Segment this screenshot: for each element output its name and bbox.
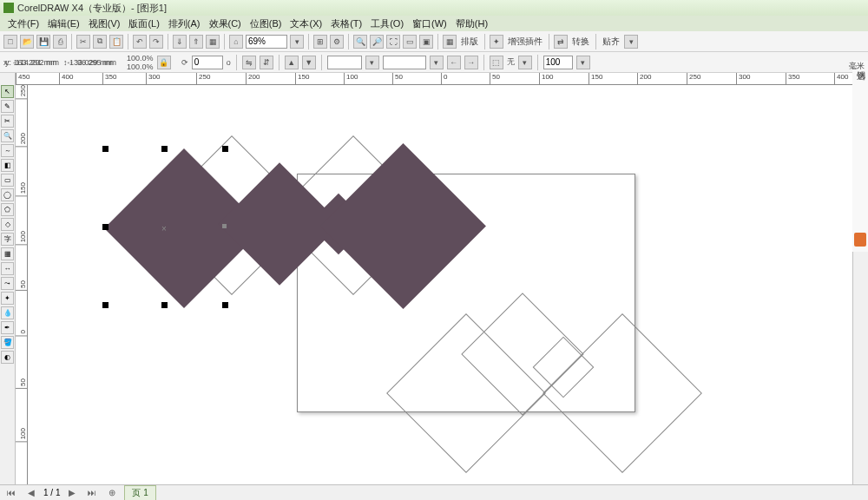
arrange-label[interactable]: 排版 [459, 36, 480, 48]
app-icon [3, 3, 14, 13]
page-first-icon[interactable]: ⏮ [3, 488, 19, 497]
redo-icon[interactable]: ↷ [149, 35, 163, 49]
selection-handle[interactable] [161, 302, 168, 308]
zoom-tool[interactable]: 🔍 [1, 129, 14, 142]
outline-width-input[interactable] [327, 56, 362, 69]
menu-window[interactable]: 窗口(W) [408, 17, 451, 30]
menu-file[interactable]: 文件(F) [3, 17, 43, 30]
convert-label[interactable]: 转换 [570, 36, 591, 48]
to-front-icon[interactable]: ▲ [285, 56, 299, 69]
linestyle-input[interactable] [383, 56, 426, 69]
interactive-tool[interactable]: ✦ [1, 292, 14, 305]
pick-tool[interactable]: ↖ [1, 85, 14, 98]
plugin-icon[interactable]: ✦ [490, 35, 503, 49]
mirror-h-icon[interactable]: ⇋ [242, 56, 256, 69]
app-launch-icon[interactable]: ▦ [206, 35, 220, 49]
selection-handle[interactable] [102, 224, 108, 230]
nudge-input[interactable] [543, 56, 573, 69]
title-bar: CorelDRAW X4（专业版）- [图形1] [0, 0, 868, 16]
page-last-icon[interactable]: ⏭ [84, 488, 100, 497]
export-icon[interactable]: ⇑ [189, 35, 203, 49]
rectangle-tool[interactable]: ▭ [1, 174, 14, 187]
zoom-page-icon[interactable]: ▭ [403, 35, 417, 49]
menu-view[interactable]: 视图(V) [84, 17, 125, 30]
eyedropper-tool[interactable]: 💧 [1, 306, 14, 319]
dropdown-icon[interactable]: ▾ [365, 56, 379, 69]
snap-icon[interactable]: ⊞ [313, 35, 327, 49]
dimension-tool[interactable]: ↔ [1, 262, 14, 275]
basic-shapes-tool[interactable]: ◇ [1, 218, 14, 231]
snap-label[interactable]: 贴齐 [601, 36, 621, 48]
import-icon[interactable]: ⇓ [173, 35, 187, 49]
table-tool[interactable]: ▦ [1, 247, 14, 260]
mirror-v-icon[interactable]: ⇵ [260, 56, 273, 69]
save-icon[interactable]: 💾 [36, 35, 50, 49]
page-prev-icon[interactable]: ◀ [24, 488, 38, 497]
crop-tool[interactable]: ✂ [1, 115, 14, 128]
open-icon[interactable]: 📂 [20, 35, 34, 49]
polygon-tool[interactable]: ⬠ [1, 203, 14, 216]
end-arrow-icon[interactable]: → [464, 56, 478, 69]
canvas[interactable]: × [28, 85, 852, 484]
ruler-vertical[interactable]: 25020015010050050100 [16, 85, 28, 484]
interactive-fill-tool[interactable]: ◐ [1, 351, 14, 364]
menu-arrange[interactable]: 排列(A) [164, 17, 205, 30]
dropdown-icon[interactable]: ▾ [430, 56, 444, 69]
ruler-horizontal[interactable]: 4504003503002502001501005005010015020025… [16, 73, 852, 85]
selection-handle[interactable] [102, 302, 108, 308]
dropdown-icon[interactable]: ▾ [290, 35, 304, 49]
grid-icon[interactable]: ▦ [443, 35, 457, 49]
scale-x[interactable]: 100.0 [127, 54, 147, 62]
menu-tools[interactable]: 工具(O) [366, 17, 408, 30]
dropdown-icon[interactable]: ▾ [576, 56, 590, 69]
menu-help[interactable]: 帮助(H) [451, 17, 492, 30]
page-next-icon[interactable]: ▶ [65, 488, 79, 497]
docker-panel[interactable]: 选钢 [852, 61, 868, 252]
lock-ratio-icon[interactable]: 🔒 [157, 56, 171, 69]
fill-none-label[interactable]: 无 [507, 56, 515, 68]
freehand-tool[interactable]: ～ [1, 144, 14, 157]
cut-icon[interactable]: ✂ [76, 35, 90, 49]
start-arrow-icon[interactable]: ← [447, 56, 461, 69]
dropdown-icon[interactable]: ▾ [518, 56, 532, 69]
page-tab[interactable]: 页 1 [124, 485, 155, 501]
menu-table[interactable]: 表格(T) [326, 17, 366, 30]
option-icon[interactable]: ⚙ [330, 35, 344, 49]
text-tool[interactable]: 字 [1, 233, 14, 246]
menu-text[interactable]: 文本(X) [286, 17, 326, 30]
selection-handle[interactable] [222, 302, 228, 308]
selection-handle[interactable] [222, 146, 228, 152]
welcome-icon[interactable]: ⌂ [229, 35, 243, 49]
ellipse-tool[interactable]: ◯ [1, 188, 14, 201]
shape-tool[interactable]: ✎ [1, 100, 14, 113]
zoom-fit-icon[interactable]: ⛶ [386, 35, 400, 49]
zoom-input[interactable] [246, 35, 287, 49]
wrap-icon[interactable]: ⬚ [490, 56, 503, 69]
scale-y[interactable]: 100.0 [127, 62, 147, 71]
outline-tool[interactable]: ✒ [1, 321, 14, 334]
selection-handle[interactable] [102, 146, 108, 152]
smart-fill-tool[interactable]: ◧ [1, 159, 14, 172]
hint-icon[interactable] [854, 233, 866, 247]
selection-handle[interactable] [161, 146, 168, 152]
dropdown-icon[interactable]: ▾ [624, 35, 638, 49]
copy-icon[interactable]: ⧉ [93, 35, 107, 49]
new-icon[interactable]: □ [3, 35, 17, 49]
fill-tool[interactable]: 🪣 [1, 336, 14, 349]
menu-effects[interactable]: 效果(C) [205, 17, 246, 30]
undo-icon[interactable]: ↶ [133, 35, 147, 49]
convert-icon[interactable]: ⇄ [554, 35, 568, 49]
enhance-label[interactable]: 增强插件 [506, 36, 544, 48]
zoom-in-icon[interactable]: 🔍 [353, 35, 367, 49]
to-back-icon[interactable]: ▼ [302, 56, 316, 69]
print-icon[interactable]: ⎙ [53, 35, 67, 49]
zoom-selection-icon[interactable]: ▣ [419, 35, 433, 49]
menu-edit[interactable]: 编辑(E) [43, 17, 84, 30]
rotation-input[interactable] [192, 56, 223, 69]
menu-bitmap[interactable]: 位图(B) [246, 17, 286, 30]
zoom-out-icon[interactable]: 🔎 [370, 35, 384, 49]
connector-tool[interactable]: ⤳ [1, 277, 14, 290]
menu-layout[interactable]: 版面(L) [124, 17, 163, 30]
page-add-icon[interactable]: ⊕ [105, 488, 119, 497]
paste-icon[interactable]: 📋 [109, 35, 123, 49]
